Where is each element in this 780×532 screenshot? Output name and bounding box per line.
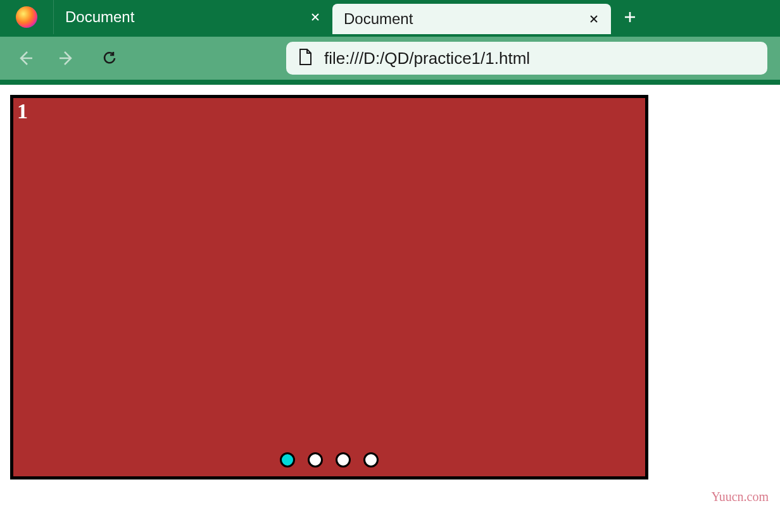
refresh-button[interactable] <box>98 46 122 71</box>
carousel-dot-0[interactable] <box>280 452 295 467</box>
page-content: 1 <box>0 85 780 490</box>
new-tab-button[interactable] <box>611 0 649 34</box>
tab-title: Document <box>344 10 413 28</box>
firefox-logo-section <box>0 0 54 34</box>
slide-number: 1 <box>17 99 28 123</box>
tab-1[interactable]: Document <box>332 4 611 34</box>
file-icon <box>298 48 313 68</box>
watermark: Yuucn.com <box>711 490 769 504</box>
carousel-dots <box>280 452 379 467</box>
close-icon[interactable] <box>588 13 600 25</box>
url-text: file:///D:/QD/practice1/1.html <box>324 49 756 68</box>
carousel-dot-2[interactable] <box>336 452 351 467</box>
carousel-dot-1[interactable] <box>308 452 323 467</box>
toolbar: file:///D:/QD/practice1/1.html <box>0 34 780 85</box>
forward-button[interactable] <box>55 46 79 71</box>
tab-bar: Document Document <box>0 0 780 34</box>
tab-title: Document <box>65 8 134 26</box>
firefox-icon[interactable] <box>16 6 37 28</box>
back-button[interactable] <box>13 46 36 71</box>
carousel-dot-3[interactable] <box>363 452 379 467</box>
close-icon[interactable] <box>310 11 321 23</box>
tab-0[interactable]: Document <box>54 0 332 34</box>
carousel: 1 <box>10 95 648 479</box>
address-bar[interactable]: file:///D:/QD/practice1/1.html <box>286 42 767 75</box>
